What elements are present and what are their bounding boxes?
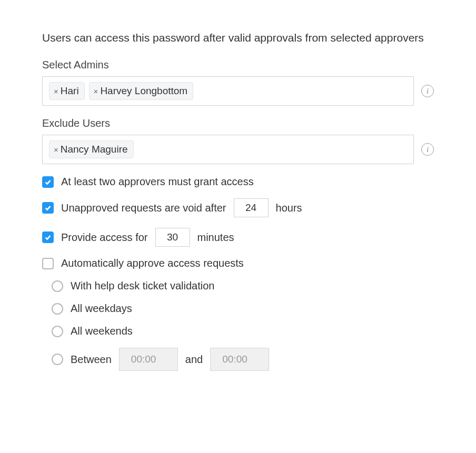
void-after-label-before: Unapproved requests are void after <box>61 202 226 214</box>
void-after-label-after: hours <box>276 202 302 214</box>
time-from-input[interactable] <box>119 348 178 371</box>
radio-between[interactable] <box>52 354 63 365</box>
auto-approve-label: Automatically approve access requests <box>61 257 244 269</box>
radio-weekdays[interactable] <box>52 303 63 315</box>
option-two-approvers: At least two approvers must grant access <box>42 176 434 188</box>
provide-access-label-before: Provide access for <box>61 231 148 244</box>
checkbox-void-after[interactable] <box>42 202 54 214</box>
provide-access-label-after: minutes <box>197 231 234 244</box>
void-after-hours-input[interactable] <box>234 198 269 217</box>
chip-label: Hari <box>61 85 79 97</box>
radio-row-weekdays: All weekdays <box>52 303 434 315</box>
select-admins-input[interactable]: × Hari × Harvey Longbottom <box>42 76 414 106</box>
check-icon <box>44 204 52 212</box>
option-provide-access: Provide access for minutes <box>42 228 434 247</box>
remove-icon[interactable]: × <box>54 146 58 154</box>
between-label: Between <box>71 354 112 366</box>
remove-icon[interactable]: × <box>94 87 98 95</box>
chip-label: Nancy Maguire <box>61 144 128 155</box>
intro-text: Users can access this password after val… <box>42 32 434 44</box>
radio-helpdesk[interactable] <box>52 280 63 292</box>
checkbox-auto-approve[interactable] <box>42 258 54 269</box>
info-icon[interactable]: i <box>421 85 434 97</box>
radio-row-weekends: All weekends <box>52 325 434 337</box>
check-icon <box>44 178 52 186</box>
select-admins-section: Select Admins × Hari × Harvey Longbottom… <box>42 59 434 106</box>
exclude-users-section: Exclude Users × Nancy Maguire i <box>42 117 434 164</box>
radio-weekdays-label: All weekdays <box>71 303 132 315</box>
admin-chip[interactable]: × Harvey Longbottom <box>89 82 194 100</box>
select-admins-label: Select Admins <box>42 59 434 71</box>
checkbox-provide-access[interactable] <box>42 231 54 243</box>
exclude-users-label: Exclude Users <box>42 117 434 129</box>
option-void-after: Unapproved requests are void after hours <box>42 198 434 217</box>
radio-weekends-label: All weekends <box>71 325 133 337</box>
radio-weekends[interactable] <box>52 326 63 337</box>
excluded-user-chip[interactable]: × Nancy Maguire <box>49 140 134 158</box>
info-icon[interactable]: i <box>421 143 434 156</box>
admin-chip[interactable]: × Hari <box>49 82 85 100</box>
option-auto-approve: Automatically approve access requests <box>42 257 434 269</box>
radio-helpdesk-label: With help desk ticket validation <box>71 280 214 292</box>
two-approvers-label: At least two approvers must grant access <box>61 176 254 188</box>
time-to-input[interactable] <box>210 348 269 371</box>
provide-access-minutes-input[interactable] <box>155 228 190 247</box>
remove-icon[interactable]: × <box>54 87 58 95</box>
checkbox-two-approvers[interactable] <box>42 176 54 188</box>
radio-row-between: Between and <box>52 348 434 371</box>
exclude-users-input[interactable]: × Nancy Maguire <box>42 135 414 164</box>
and-label: and <box>185 354 203 366</box>
check-icon <box>44 234 52 241</box>
chip-label: Harvey Longbottom <box>100 85 187 97</box>
radio-row-helpdesk: With help desk ticket validation <box>52 280 434 292</box>
